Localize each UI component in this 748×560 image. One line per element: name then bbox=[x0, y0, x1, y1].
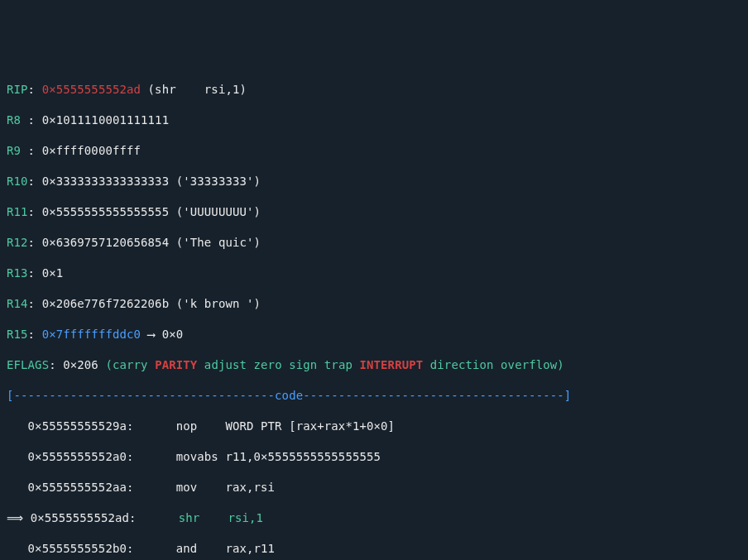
reg-label: RIP bbox=[7, 83, 28, 96]
reg-r11: R11: 0×5555555555555555 ('UUUUUUUU') bbox=[7, 204, 741, 220]
reg-label: R11 bbox=[7, 205, 28, 218]
reg-rip: RIP: 0×5555555552ad (shr rsi,1) bbox=[7, 82, 741, 98]
reg-label: R10 bbox=[7, 175, 28, 188]
reg-r15: R15: 0×7fffffffddc0 ⟶ 0×0 bbox=[7, 327, 741, 342]
code-line: 0×5555555552b0: and rax,r11 bbox=[7, 541, 741, 557]
code-line: 0×55555555529a: nop WORD PTR [rax+rax*1+… bbox=[7, 419, 741, 434]
code-line: 0×5555555552a0: movabs r11,0×55555555555… bbox=[7, 449, 741, 465]
eflags-line: EFLAGS: 0×206 (carry PARITY adjust zero … bbox=[7, 357, 741, 373]
reg-label: R13 bbox=[7, 266, 28, 280]
reg-label: R9 bbox=[7, 144, 28, 157]
reg-label: R8 bbox=[7, 113, 28, 127]
reg-r8: R8 : 0×1011110001111111 bbox=[7, 112, 741, 128]
arrow-icon: ⟹ bbox=[7, 511, 31, 524]
terminal-output[interactable]: RIP: 0×5555555552ad (shr rsi,1) R8 : 0×1… bbox=[7, 66, 741, 560]
reg-r13: R13: 0×1 bbox=[7, 266, 741, 281]
reg-label: R14 bbox=[7, 297, 28, 310]
code-header: [-------------------------------------co… bbox=[7, 388, 741, 404]
reg-label: R15 bbox=[7, 328, 28, 341]
code-line: 0×5555555552aa: mov rax,rsi bbox=[7, 480, 741, 495]
code-line-current: ⟹ 0×5555555552ad: shr rsi,1 bbox=[7, 510, 741, 526]
reg-label: R12 bbox=[7, 236, 28, 249]
reg-r10: R10: 0×3333333333333333 ('33333333') bbox=[7, 174, 741, 189]
reg-r14: R14: 0×206e776f7262206b ('k brown ') bbox=[7, 296, 741, 312]
reg-r9: R9 : 0×ffff0000ffff bbox=[7, 143, 741, 159]
reg-r12: R12: 0×6369757120656854 ('The quic') bbox=[7, 235, 741, 251]
